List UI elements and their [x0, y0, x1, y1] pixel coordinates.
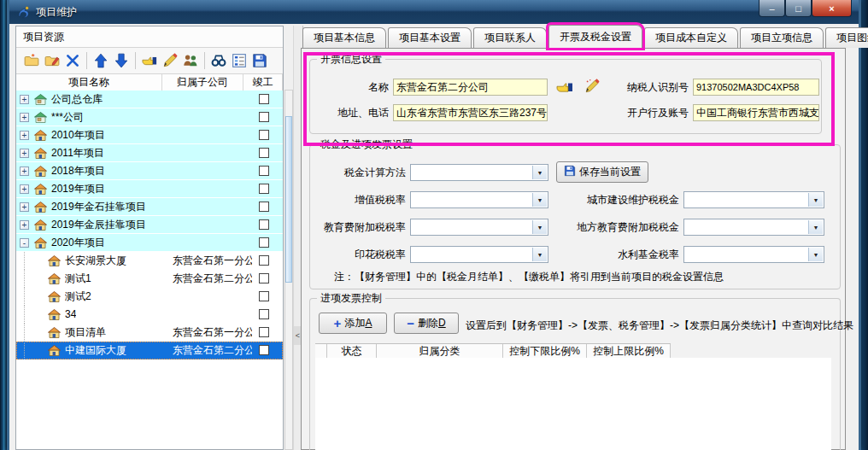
app-window: 项目维护 – □ × 项目资源 * 项目名称归属子公司竣工 + 公司总仓库 + … — [7, 0, 861, 450]
control-column-4[interactable]: 控制下限比例% — [503, 344, 587, 359]
tree-row[interactable]: 项目清单 东营金石第一分公 — [16, 324, 283, 342]
group-title: 开票信息设置 — [317, 53, 385, 65]
tree-row[interactable]: + 2019年金辰挂靠项目 — [16, 216, 283, 234]
panel-caption: 项目资源 — [16, 26, 283, 48]
tree-expander-icon[interactable]: + — [20, 113, 29, 122]
tax-dropdown[interactable]: ▼ — [683, 219, 824, 236]
tax-field-label: 城市建设维护税税金 — [563, 191, 679, 208]
find-binoculars-icon[interactable] — [208, 50, 229, 71]
completion-checkbox[interactable] — [259, 291, 269, 301]
control-table-body[interactable] — [315, 358, 831, 450]
tree-expander-icon[interactable]: + — [20, 95, 29, 104]
tab-5[interactable]: 项目成本自定义 — [644, 27, 738, 48]
save-current-settings-button[interactable]: 保存当前设置 — [556, 161, 648, 183]
delete-x-icon[interactable] — [62, 50, 83, 71]
title-bar[interactable]: 项目维护 – □ × — [9, 0, 859, 24]
tree-row[interactable]: + 2010年项目 — [16, 126, 283, 144]
tab-7[interactable]: 项目图纸 — [825, 27, 868, 48]
tab-1[interactable]: 项目基本信息 — [302, 27, 386, 48]
tab-4[interactable]: 开票及税金设置 — [548, 25, 642, 48]
completion-checkbox[interactable] — [259, 148, 269, 158]
tree-expander-icon[interactable]: - — [20, 238, 29, 248]
completion-checkbox[interactable] — [259, 166, 269, 176]
assign-hand-icon[interactable] — [139, 50, 160, 71]
tree-row[interactable]: 测试1 东营金石第二分公 — [16, 270, 283, 288]
add-button[interactable]: + 添加A — [319, 313, 387, 334]
control-column-2[interactable]: 状态 — [327, 344, 377, 359]
tree-connector — [24, 288, 25, 306]
tree-row[interactable]: + 2019年金石挂靠项目 — [16, 198, 283, 216]
tax-dropdown[interactable]: ▼ — [683, 246, 824, 263]
tree-row[interactable]: 中建国际大厦 东营金石第二分公 — [16, 342, 283, 359]
tax-dropdown[interactable]: ▼ — [410, 164, 548, 181]
project-icon — [33, 200, 48, 214]
tax-dropdown[interactable]: ▼ — [410, 219, 548, 236]
project-icon — [33, 92, 48, 107]
minimize-button[interactable]: – — [759, 0, 785, 17]
modify-pencil-icon[interactable] — [160, 50, 180, 71]
completion-checkbox[interactable] — [259, 184, 269, 194]
column-header-3[interactable]: 竣工 — [243, 74, 283, 91]
dropdown-arrow-icon: ▼ — [808, 248, 823, 261]
bank-input[interactable]: 中国工商银行东营市西城支行 1 — [693, 104, 819, 121]
save-floppy-icon[interactable] — [249, 50, 270, 71]
completion-checkbox[interactable] — [259, 202, 269, 212]
delete-button[interactable]: − 删除D — [394, 313, 459, 334]
scrollbar-thumb[interactable] — [285, 116, 292, 283]
completion-checkbox[interactable] — [259, 309, 269, 319]
edit-invoice-pencil-icon[interactable] — [582, 77, 602, 96]
completion-checkbox[interactable] — [259, 273, 269, 283]
column-header-2[interactable]: 归属子公司 — [162, 74, 243, 91]
tax-dropdown[interactable]: ▼ — [410, 191, 548, 208]
maximize-button[interactable]: □ — [785, 0, 812, 17]
completion-checkbox[interactable] — [259, 255, 269, 266]
project-resources-panel: 项目资源 * 项目名称归属子公司竣工 + 公司总仓库 + ***公司 + 201… — [15, 26, 284, 450]
edit-folder-icon[interactable] — [42, 50, 62, 71]
tree-expander-icon[interactable]: + — [20, 220, 29, 230]
completion-checkbox[interactable] — [259, 327, 269, 337]
completion-checkbox[interactable] — [259, 237, 269, 248]
tab-3[interactable]: 项目联系人 — [473, 27, 547, 48]
tab-6[interactable]: 项目立项信息 — [740, 27, 824, 48]
tax-dropdown[interactable]: ▼ — [410, 246, 548, 263]
input-invoice-group: 进项发票控制 + 添加A − 删除D 设置后到【财务管理】->【发票、税务管理】… — [309, 298, 841, 450]
taxid-label: 纳税人识别号 — [607, 79, 689, 96]
completion-checkbox[interactable] — [259, 345, 269, 355]
move-up-icon[interactable] — [91, 50, 111, 71]
tree-row[interactable]: 测试2 — [16, 288, 283, 306]
tree-expander-icon[interactable]: + — [20, 184, 29, 194]
name-input[interactable]: 东营金石第二分公司 — [393, 79, 548, 96]
tree-row[interactable]: 34 — [16, 306, 283, 324]
completion-checkbox[interactable] — [259, 219, 269, 230]
tree-row[interactable]: + 2018年项目 — [16, 162, 283, 180]
tab-2[interactable]: 项目基本设置 — [388, 27, 472, 48]
new-folder-icon[interactable]: * — [21, 50, 42, 71]
tree-row[interactable]: + ***公司 — [16, 108, 283, 126]
options-list-icon[interactable] — [229, 50, 249, 71]
pick-company-hand-icon[interactable] — [554, 78, 575, 96]
column-header-1[interactable]: 项目名称 — [16, 74, 162, 91]
tree-expander-icon[interactable]: + — [20, 167, 29, 176]
tree-expander-icon[interactable]: + — [20, 131, 29, 140]
address-input[interactable]: 山东省东营市东营区东三路237号 — [393, 104, 548, 121]
tree-row[interactable]: + 2011年项目 — [16, 144, 283, 162]
completion-checkbox[interactable] — [259, 112, 269, 122]
tree-expander-icon[interactable]: + — [20, 149, 29, 158]
dropdown-arrow-icon: ▼ — [532, 193, 547, 207]
tree-row[interactable]: 长安湖景大厦 东营金石第一分公 — [16, 252, 283, 270]
control-column-5[interactable]: 控制上限比例% — [587, 344, 671, 359]
tree-row[interactable]: + 公司总仓库 — [16, 91, 283, 108]
control-column-1[interactable] — [315, 344, 327, 359]
tree-scrollbar[interactable] — [284, 90, 293, 450]
completion-checkbox[interactable] — [259, 94, 269, 104]
tax-dropdown[interactable]: ▼ — [683, 191, 824, 208]
users-icon[interactable] — [180, 50, 201, 71]
completion-checkbox[interactable] — [259, 130, 269, 140]
tree-row[interactable]: + 2019年项目 — [16, 180, 283, 198]
close-button[interactable]: × — [812, 0, 852, 17]
control-column-3[interactable]: 归属分类 — [377, 344, 503, 359]
taxid-input[interactable]: 91370502MA3DC4XP58 — [693, 79, 819, 96]
tree-row[interactable]: - 2020年项目 — [16, 234, 283, 252]
tree-expander-icon[interactable]: + — [20, 202, 29, 212]
move-down-icon[interactable] — [111, 50, 132, 71]
